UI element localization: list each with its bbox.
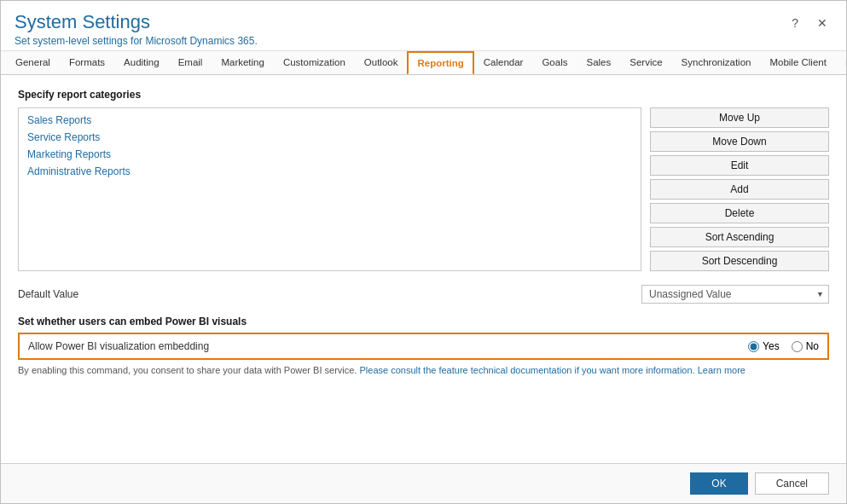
tab-marketing[interactable]: Marketing bbox=[212, 51, 274, 75]
radio-yes-label: Yes bbox=[763, 340, 780, 352]
tabs-container: GeneralFormatsAuditingEmailMarketingCust… bbox=[1, 50, 846, 75]
list-item[interactable]: Sales Reports bbox=[22, 112, 637, 129]
move-up-button[interactable]: Move Up bbox=[650, 107, 829, 128]
radio-no-input[interactable] bbox=[792, 341, 803, 352]
cancel-button[interactable]: Cancel bbox=[755, 472, 829, 495]
report-section-title: Specify report categories bbox=[18, 89, 829, 101]
default-value-label: Default Value bbox=[18, 288, 78, 300]
default-value-select[interactable]: Unassigned Value bbox=[641, 285, 829, 304]
embed-section: Set whether users can embed Power BI vis… bbox=[18, 316, 829, 375]
move-down-button[interactable]: Move Down bbox=[650, 131, 829, 152]
default-value-select-wrapper: Unassigned Value bbox=[641, 285, 829, 304]
tab-service[interactable]: Service bbox=[620, 51, 671, 75]
tab-reporting[interactable]: Reporting bbox=[407, 51, 473, 75]
content-area: Specify report categories Sales ReportsS… bbox=[1, 75, 846, 463]
consent-link1[interactable]: Please consult the feature technical doc… bbox=[360, 365, 695, 375]
embed-section-title: Set whether users can embed Power BI vis… bbox=[18, 316, 829, 327]
list-item[interactable]: Administrative Reports bbox=[22, 163, 637, 180]
radio-no-option[interactable]: No bbox=[792, 340, 819, 352]
title-bar-left: System Settings Set system-level setting… bbox=[15, 11, 258, 47]
radio-yes-input[interactable] bbox=[748, 341, 759, 352]
edit-button[interactable]: Edit bbox=[650, 155, 829, 176]
tab-customization[interactable]: Customization bbox=[274, 51, 355, 75]
ok-button[interactable]: OK bbox=[690, 472, 747, 495]
tab-previews[interactable]: Previews bbox=[836, 51, 846, 75]
list-item[interactable]: Service Reports bbox=[22, 129, 637, 146]
title-bar-controls: ? ✕ bbox=[786, 14, 832, 32]
delete-button[interactable]: Delete bbox=[650, 203, 829, 223]
tab-formats[interactable]: Formats bbox=[60, 51, 114, 75]
add-button[interactable]: Add bbox=[650, 179, 829, 200]
report-list-box: Sales ReportsService ReportsMarketing Re… bbox=[18, 107, 641, 271]
tab-sales[interactable]: Sales bbox=[577, 51, 620, 75]
sort-ascending-button[interactable]: Sort Ascending bbox=[650, 227, 829, 247]
consent-link2[interactable]: Learn more bbox=[698, 365, 745, 375]
dialog-subtitle: Set system-level settings for Microsoft … bbox=[15, 35, 258, 47]
help-button[interactable]: ? bbox=[786, 14, 803, 32]
system-settings-dialog: System Settings Set system-level setting… bbox=[0, 0, 847, 504]
tab-general[interactable]: General bbox=[6, 51, 60, 75]
radio-group: Yes No bbox=[748, 340, 819, 352]
tab-email[interactable]: Email bbox=[169, 51, 212, 75]
tab-mobile-client[interactable]: Mobile Client bbox=[760, 51, 835, 75]
tab-synchronization[interactable]: Synchronization bbox=[672, 51, 761, 75]
sort-descending-button[interactable]: Sort Descending bbox=[650, 251, 829, 271]
list-item[interactable]: Marketing Reports bbox=[22, 146, 637, 163]
title-bar: System Settings Set system-level setting… bbox=[1, 1, 846, 50]
default-value-row: Default Value Unassigned Value bbox=[18, 281, 829, 304]
tab-auditing[interactable]: Auditing bbox=[114, 51, 169, 75]
embed-row: Allow Power BI visualization embedding Y… bbox=[18, 333, 829, 360]
tab-outlook[interactable]: Outlook bbox=[355, 51, 408, 75]
close-button[interactable]: ✕ bbox=[812, 14, 832, 32]
dialog-title: System Settings bbox=[15, 11, 258, 33]
report-area: Sales ReportsService ReportsMarketing Re… bbox=[18, 107, 829, 271]
report-buttons: Move Up Move Down Edit Add Delete Sort A… bbox=[650, 107, 829, 271]
radio-no-label: No bbox=[806, 340, 819, 352]
embed-row-label: Allow Power BI visualization embedding bbox=[28, 340, 731, 352]
dialog-footer: OK Cancel bbox=[1, 463, 846, 503]
radio-yes-option[interactable]: Yes bbox=[748, 340, 780, 352]
consent-text: By enabling this command, you consent to… bbox=[18, 365, 829, 375]
tab-goals[interactable]: Goals bbox=[532, 51, 577, 75]
tab-calendar[interactable]: Calendar bbox=[474, 51, 533, 75]
